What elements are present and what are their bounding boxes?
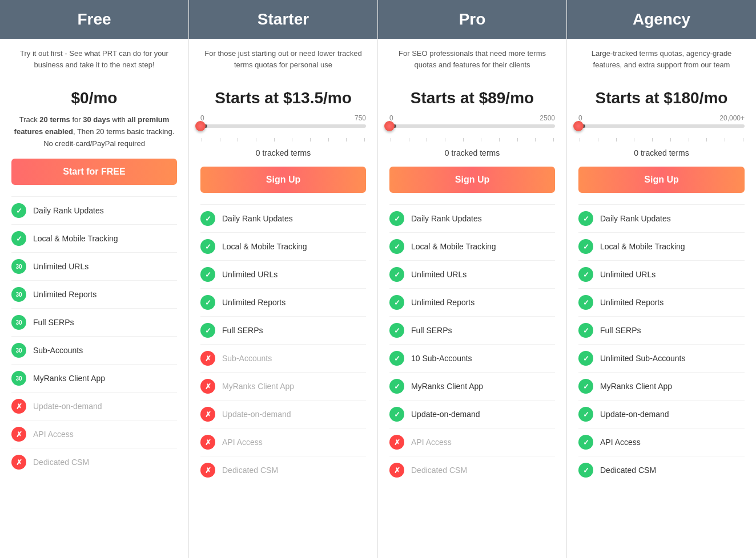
feature-icon-check: ✓ (11, 231, 26, 246)
feature-label: Local & Mobile Tracking (411, 242, 496, 251)
feature-label: 10 Sub-Accounts (411, 354, 472, 363)
feature-label: Unlimited URLs (600, 270, 656, 279)
features-list-free: ✓Daily Rank Updates✓Local & Mobile Track… (11, 196, 177, 476)
feature-icon-cross: ✗ (200, 351, 215, 366)
pro-button[interactable]: Sign Up (389, 167, 555, 193)
feature-label: API Access (600, 438, 641, 447)
feature-label: MyRanks Client App (222, 382, 294, 391)
feature-icon-cross: ✗ (389, 435, 404, 450)
slider-tick (220, 138, 220, 141)
plan-col-agency: AgencyLarge-tracked terms quotas, agency… (567, 0, 756, 558)
feature-label: Full SERPs (33, 318, 74, 327)
feature-item: 30Sub-Accounts (11, 336, 177, 364)
feature-label: MyRanks Client App (33, 374, 105, 383)
feature-item: ✗Dedicated CSM (200, 456, 366, 484)
plan-price-starter: Starts at $13.5/mo (200, 89, 366, 107)
slider-track-pro[interactable] (389, 124, 555, 128)
slider-tick (616, 138, 617, 141)
feature-icon-check: ✓ (578, 323, 593, 338)
feature-item: ✓Daily Rank Updates (11, 196, 177, 224)
slider-tick (634, 138, 634, 141)
feature-icon-check: ✓ (389, 379, 404, 394)
feature-label: MyRanks Client App (600, 382, 672, 391)
feature-label: Unlimited Reports (222, 298, 285, 307)
plan-header-free: Free (0, 0, 188, 39)
feature-item: ✓Local & Mobile Tracking (578, 232, 745, 260)
slider-tick (553, 138, 554, 141)
slider-track-agency[interactable] (578, 124, 745, 128)
feature-icon-check: ✓ (200, 211, 215, 226)
feature-item: ✗API Access (389, 428, 555, 456)
feature-item: ✓Daily Rank Updates (200, 204, 366, 232)
feature-label: Full SERPs (411, 326, 452, 335)
slider-max-starter: 750 (355, 114, 366, 122)
slider-tick (292, 138, 292, 141)
feature-icon-check: ✓ (389, 323, 404, 338)
slider-tick (346, 138, 347, 141)
feature-label: Dedicated CSM (222, 466, 278, 475)
feature-item: ✓Full SERPs (578, 316, 745, 344)
feature-label: Unlimited URLs (33, 262, 89, 271)
feature-item: ✗Sub-Accounts (200, 344, 366, 372)
feature-label: MyRanks Client App (411, 382, 483, 391)
feature-item: ✓Unlimited Sub-Accounts (578, 344, 745, 372)
slider-tick (481, 138, 481, 141)
feature-item: 30Unlimited Reports (11, 280, 177, 308)
agency-button[interactable]: Sign Up (578, 167, 745, 193)
slider-thumb-starter[interactable] (195, 121, 206, 131)
slider-labels-pro: 02500 (389, 114, 555, 122)
starter-button[interactable]: Sign Up (200, 167, 366, 193)
feature-item: ✗Dedicated CSM (11, 448, 177, 476)
feature-item: ✗API Access (200, 428, 366, 456)
feature-item: ✓MyRanks Client App (578, 372, 745, 400)
slider-tick (274, 138, 275, 141)
plan-description-pro: For SEO professionals that need more ter… (389, 48, 555, 78)
plan-header-agency: Agency (567, 0, 756, 39)
plan-body-free: Try it out first - See what PRT can do f… (0, 39, 188, 558)
feature-item: ✓Unlimited URLs (389, 260, 555, 288)
feature-icon-check: ✓ (578, 435, 593, 450)
feature-icon-cross: ✗ (200, 407, 215, 422)
plan-name-starter: Starter (195, 10, 372, 29)
feature-icon-check: ✓ (389, 295, 404, 310)
feature-icon-number: 30 (11, 371, 26, 386)
feature-icon-cross: ✗ (200, 435, 215, 450)
slider-thumb-pro[interactable] (384, 121, 395, 131)
plan-header-pro: Pro (378, 0, 566, 39)
feature-item: ✓Unlimited URLs (578, 260, 745, 288)
slider-track-starter[interactable] (200, 124, 366, 128)
tracked-terms-pro: 0 tracked terms (389, 148, 555, 157)
feature-label: Full SERPs (222, 326, 263, 335)
slider-tick (445, 138, 445, 141)
feature-label: Sub-Accounts (222, 354, 272, 363)
feature-label: Sub-Accounts (33, 346, 83, 355)
slider-tick (706, 138, 707, 141)
slider-tick (256, 138, 256, 141)
plan-description-free: Try it out first - See what PRT can do f… (11, 48, 177, 78)
free-button[interactable]: Start for FREE (11, 159, 177, 185)
slider-tick (463, 138, 464, 141)
feature-icon-cross: ✗ (200, 463, 215, 478)
tracked-terms-agency: 0 tracked terms (578, 148, 745, 157)
feature-item: ✗MyRanks Client App (200, 372, 366, 400)
plan-col-pro: ProFor SEO professionals that need more … (378, 0, 567, 558)
feature-item: ✗Update-on-demand (11, 392, 177, 420)
feature-icon-check: ✓ (200, 295, 215, 310)
feature-item: ✓Update-on-demand (578, 400, 745, 428)
feature-label: Unlimited URLs (411, 270, 467, 279)
feature-icon-cross: ✗ (200, 379, 215, 394)
feature-icon-number: 30 (11, 343, 26, 358)
slider-tick (670, 138, 671, 141)
feature-item: ✗Dedicated CSM (389, 456, 555, 484)
feature-icon-cross: ✗ (11, 399, 26, 414)
feature-icon-number: 30 (11, 315, 26, 330)
slider-max-pro: 2500 (540, 114, 555, 122)
feature-icon-cross: ✗ (11, 455, 26, 470)
feature-label: Dedicated CSM (411, 466, 467, 475)
slider-thumb-agency[interactable] (573, 121, 584, 131)
feature-item: ✓Local & Mobile Tracking (200, 232, 366, 260)
feature-item: ✓Dedicated CSM (578, 456, 745, 484)
feature-icon-check: ✓ (389, 239, 404, 254)
feature-label: API Access (411, 438, 452, 447)
feature-label: Daily Rank Updates (411, 214, 482, 223)
